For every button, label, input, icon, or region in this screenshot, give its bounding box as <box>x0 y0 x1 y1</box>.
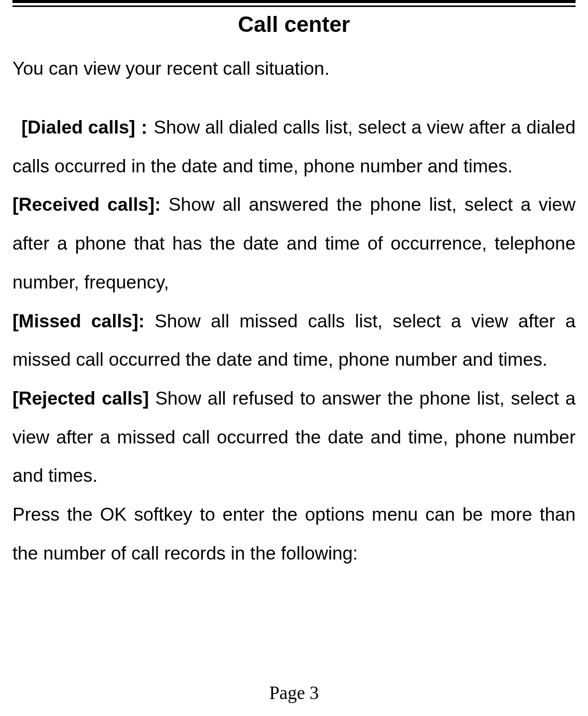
intro-text: You can view your recent call situation. <box>12 57 576 81</box>
section-dialed-calls: [Dialed calls]：Show all dialed calls lis… <box>12 108 576 185</box>
page-title: Call center <box>12 12 576 37</box>
page-footer: Page 3 <box>0 682 588 704</box>
closing-text: Press the OK softkey to enter the option… <box>12 495 576 573</box>
body-content: [Dialed calls]：Show all dialed calls lis… <box>12 108 576 573</box>
section-label: [Received calls]: <box>12 194 168 215</box>
section-received-calls: [Received calls]: Show all answered the … <box>12 185 576 301</box>
section-missed-calls: [Missed calls]: Show all missed calls li… <box>12 302 576 379</box>
section-label: [Rejected calls] <box>12 388 155 409</box>
top-rule <box>12 0 576 7</box>
section-rejected-calls: [Rejected calls] Show all refused to ans… <box>12 379 576 495</box>
section-label: [Dialed calls]： <box>21 117 154 138</box>
section-label: [Missed calls]: <box>12 311 154 331</box>
